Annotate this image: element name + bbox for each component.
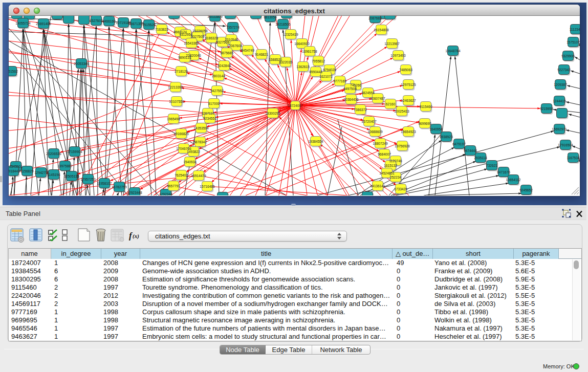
svg-text:11958107: 11958107 bbox=[97, 182, 112, 185]
svg-text:3918441: 3918441 bbox=[9, 169, 20, 173]
svg-text:10107553: 10107553 bbox=[169, 100, 184, 103]
svg-text:16640910: 16640910 bbox=[294, 42, 310, 46]
svg-text:746266: 746266 bbox=[350, 83, 361, 87]
svg-text:19975887: 19975887 bbox=[57, 164, 73, 168]
svg-text:817006: 817006 bbox=[208, 102, 220, 105]
svg-text:9242848: 9242848 bbox=[217, 64, 231, 68]
svg-text:16033809: 16033809 bbox=[207, 16, 223, 18]
svg-text:14055724: 14055724 bbox=[15, 21, 31, 25]
svg-text:9327505: 9327505 bbox=[191, 35, 204, 38]
svg-text:1294275: 1294275 bbox=[34, 171, 48, 174]
svg-text:7625402: 7625402 bbox=[175, 173, 188, 177]
svg-text:9215958: 9215958 bbox=[540, 107, 553, 111]
svg-text:1167534: 1167534 bbox=[567, 156, 580, 160]
svg-text:14353594: 14353594 bbox=[193, 126, 209, 130]
svg-text:16154808: 16154808 bbox=[374, 28, 389, 32]
svg-text:12325419: 12325419 bbox=[283, 33, 298, 36]
svg-text:10688609: 10688609 bbox=[367, 130, 383, 134]
svg-text:20364436: 20364436 bbox=[343, 98, 359, 101]
svg-text:15692971: 15692971 bbox=[552, 127, 567, 131]
svg-text:3824554: 3824554 bbox=[361, 91, 375, 95]
svg-text:9245652: 9245652 bbox=[519, 188, 533, 192]
svg-text:8322035: 8322035 bbox=[279, 60, 292, 64]
svg-text:9890131: 9890131 bbox=[178, 56, 191, 59]
svg-text:8938923: 8938923 bbox=[440, 135, 453, 139]
svg-text:19654923: 19654923 bbox=[401, 130, 416, 134]
svg-text:14136141: 14136141 bbox=[370, 184, 385, 188]
svg-text:9427552: 9427552 bbox=[210, 89, 224, 93]
svg-text:8454749: 8454749 bbox=[241, 49, 254, 52]
svg-text:16543362: 16543362 bbox=[184, 41, 199, 45]
svg-text:2718126: 2718126 bbox=[175, 70, 188, 73]
svg-text:19384554: 19384554 bbox=[308, 140, 323, 143]
svg-text:10025433: 10025433 bbox=[394, 110, 409, 113]
svg-text:62160: 62160 bbox=[386, 102, 396, 106]
svg-text:1733426: 1733426 bbox=[394, 187, 407, 191]
svg-text:1362615: 1362615 bbox=[296, 65, 310, 69]
svg-text:9227342: 9227342 bbox=[557, 68, 571, 72]
svg-text:6794028: 6794028 bbox=[323, 68, 336, 72]
svg-text:12213393: 12213393 bbox=[168, 85, 183, 89]
svg-text:1493822: 1493822 bbox=[187, 150, 200, 154]
svg-text:9657791: 9657791 bbox=[167, 184, 180, 188]
svg-text:8990448: 8990448 bbox=[309, 70, 322, 74]
svg-text:17159904: 17159904 bbox=[67, 150, 82, 154]
svg-text:12923448: 12923448 bbox=[127, 191, 142, 194]
svg-text:1965498: 1965498 bbox=[167, 117, 180, 121]
svg-text:17916504: 17916504 bbox=[558, 143, 573, 147]
svg-text:2803144: 2803144 bbox=[212, 74, 225, 78]
svg-text:1575107: 1575107 bbox=[567, 40, 580, 44]
svg-text:9234551: 9234551 bbox=[203, 117, 216, 120]
svg-text:10654112: 10654112 bbox=[506, 178, 521, 182]
svg-text:9474444: 9474444 bbox=[464, 149, 477, 152]
svg-text:1615132: 1615132 bbox=[384, 164, 397, 167]
svg-text:23226058: 23226058 bbox=[192, 29, 208, 33]
svg-text:18807249: 18807249 bbox=[373, 142, 388, 145]
svg-text:7485063: 7485063 bbox=[399, 68, 412, 72]
svg-text:12975125: 12975125 bbox=[401, 83, 416, 86]
svg-text:10973493: 10973493 bbox=[390, 54, 406, 57]
svg-text:16914479: 16914479 bbox=[191, 174, 206, 178]
svg-text:1540934: 1540934 bbox=[183, 160, 197, 164]
svg-text:732621: 732621 bbox=[486, 164, 497, 167]
svg-text:19166825: 19166825 bbox=[173, 132, 189, 136]
svg-text:6497508: 6497508 bbox=[343, 87, 357, 91]
svg-text:12213967: 12213967 bbox=[384, 42, 400, 46]
svg-text:8471676: 8471676 bbox=[497, 170, 510, 174]
svg-text:252234: 252234 bbox=[390, 176, 401, 179]
svg-text:2367608: 2367608 bbox=[229, 44, 242, 48]
svg-text:2935114: 2935114 bbox=[474, 156, 487, 160]
svg-text:7955812: 7955812 bbox=[312, 59, 325, 63]
svg-text:9699695: 9699695 bbox=[418, 122, 431, 125]
svg-text:19218506: 19218506 bbox=[275, 23, 291, 26]
svg-text:1292344: 1292344 bbox=[159, 192, 172, 196]
svg-text:5878342: 5878342 bbox=[193, 140, 207, 144]
svg-text:9146821: 9146821 bbox=[255, 53, 268, 56]
svg-text:1120746: 1120746 bbox=[389, 159, 402, 163]
svg-text:16782759: 16782759 bbox=[112, 185, 127, 189]
svg-text:7357274: 7357274 bbox=[226, 26, 239, 29]
svg-text:18300295: 18300295 bbox=[265, 112, 280, 115]
svg-text:3875685: 3875685 bbox=[220, 51, 233, 55]
svg-text:1209387: 1209387 bbox=[554, 83, 567, 86]
svg-text:1156829: 1156829 bbox=[20, 169, 34, 173]
svg-text:12505135: 12505135 bbox=[64, 174, 79, 178]
svg-text:17957253: 17957253 bbox=[80, 178, 96, 181]
svg-text:9684007: 9684007 bbox=[378, 152, 391, 156]
svg-text:7163822: 7163822 bbox=[155, 28, 168, 31]
svg-text:20206536: 20206536 bbox=[46, 152, 61, 156]
svg-text:2087682: 2087682 bbox=[368, 16, 382, 20]
svg-text:(x): (x) bbox=[133, 233, 139, 239]
svg-text:1527602: 1527602 bbox=[90, 19, 103, 23]
svg-text:20691406: 20691406 bbox=[36, 22, 51, 26]
svg-text:20053346: 20053346 bbox=[74, 62, 89, 65]
svg-text:8186328: 8186328 bbox=[205, 36, 218, 40]
svg-text:15720407: 15720407 bbox=[361, 120, 377, 123]
svg-text:7515526: 7515526 bbox=[142, 23, 156, 27]
svg-text:19756928: 19756928 bbox=[395, 144, 410, 148]
svg-text:14524851: 14524851 bbox=[379, 171, 395, 175]
svg-text:9329906: 9329906 bbox=[561, 54, 575, 58]
svg-text:1651562: 1651562 bbox=[9, 70, 18, 73]
svg-text:9777169: 9777169 bbox=[333, 79, 346, 83]
svg-text:1145194: 1145194 bbox=[47, 173, 60, 177]
